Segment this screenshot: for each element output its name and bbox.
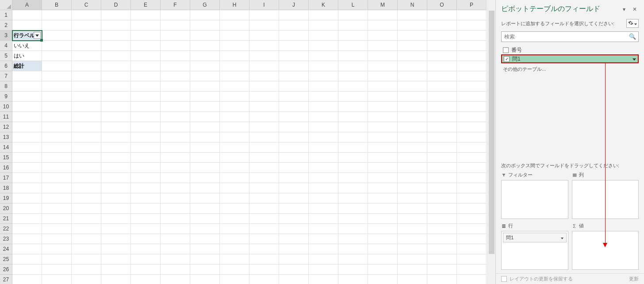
cell[interactable]	[220, 173, 249, 183]
cell[interactable]	[190, 153, 220, 163]
cell[interactable]	[131, 183, 161, 193]
cell[interactable]	[131, 224, 161, 234]
filters-dropzone[interactable]	[501, 180, 568, 219]
cell[interactable]	[368, 51, 398, 61]
cell[interactable]	[101, 183, 131, 193]
cell[interactable]	[338, 244, 368, 254]
column-header[interactable]: M	[368, 0, 398, 10]
row-header[interactable]: 5	[0, 51, 12, 61]
filter-dropdown-icon[interactable]	[34, 32, 41, 39]
update-button[interactable]: 更新	[629, 276, 639, 282]
cell[interactable]	[190, 61, 220, 71]
cell[interactable]	[279, 31, 309, 41]
cell[interactable]	[309, 224, 338, 234]
cell[interactable]	[368, 71, 398, 81]
values-dropzone[interactable]	[572, 231, 639, 270]
cell[interactable]	[161, 142, 190, 153]
cell[interactable]	[368, 224, 398, 234]
cell[interactable]	[457, 224, 487, 234]
cell[interactable]	[457, 132, 487, 142]
cell[interactable]	[309, 122, 338, 132]
select-all-corner[interactable]	[0, 0, 12, 10]
cell[interactable]	[72, 132, 101, 142]
cell[interactable]	[309, 61, 338, 71]
cell[interactable]	[368, 265, 398, 275]
row-header[interactable]: 8	[0, 81, 12, 92]
row-header[interactable]: 11	[0, 112, 12, 122]
cell[interactable]	[398, 183, 427, 193]
cell[interactable]	[101, 193, 131, 203]
cell[interactable]	[427, 61, 457, 71]
row-header[interactable]: 20	[0, 203, 12, 214]
cell[interactable]	[457, 61, 487, 71]
field-item-bango[interactable]: 番号	[501, 46, 639, 54]
row-header[interactable]: 27	[0, 275, 12, 284]
cell[interactable]	[338, 81, 368, 92]
cell[interactable]	[42, 153, 72, 163]
cell[interactable]	[457, 163, 487, 173]
cell[interactable]	[398, 193, 427, 203]
cell[interactable]	[457, 265, 487, 275]
cell[interactable]	[457, 153, 487, 163]
cell[interactable]	[101, 61, 131, 71]
cell[interactable]	[338, 234, 368, 244]
cell[interactable]	[220, 183, 249, 193]
cell[interactable]	[249, 122, 279, 132]
cell[interactable]	[42, 254, 72, 265]
row-header[interactable]: 25	[0, 254, 12, 265]
cell[interactable]	[338, 265, 368, 275]
cell[interactable]	[338, 112, 368, 122]
cell[interactable]	[190, 102, 220, 112]
cell[interactable]	[457, 254, 487, 265]
cell[interactable]	[249, 224, 279, 234]
cell[interactable]	[72, 81, 101, 92]
cell[interactable]	[398, 71, 427, 81]
cell[interactable]	[279, 10, 309, 20]
cell[interactable]	[368, 173, 398, 183]
cell[interactable]	[12, 234, 42, 244]
cell[interactable]	[161, 203, 190, 214]
cell[interactable]	[12, 254, 42, 265]
cell[interactable]	[220, 132, 249, 142]
cell[interactable]	[338, 41, 368, 51]
cell[interactable]	[309, 254, 338, 265]
cell[interactable]	[101, 51, 131, 61]
cell[interactable]	[72, 163, 101, 173]
cell[interactable]	[427, 214, 457, 224]
cell[interactable]	[279, 163, 309, 173]
cell[interactable]	[131, 10, 161, 20]
cell[interactable]	[368, 275, 398, 284]
column-header[interactable]: G	[190, 0, 220, 10]
cell[interactable]	[72, 31, 101, 41]
cell[interactable]	[220, 153, 249, 163]
cell[interactable]	[220, 81, 249, 92]
cell[interactable]	[42, 10, 72, 20]
cell[interactable]	[249, 81, 279, 92]
cell[interactable]	[190, 183, 220, 193]
cell[interactable]	[42, 51, 72, 61]
chevron-down-icon[interactable]	[632, 56, 636, 62]
cell[interactable]	[427, 203, 457, 214]
cell[interactable]	[101, 10, 131, 20]
cell[interactable]	[398, 92, 427, 102]
cell[interactable]	[131, 173, 161, 183]
cell[interactable]	[279, 20, 309, 31]
cell[interactable]	[279, 153, 309, 163]
cell[interactable]	[42, 203, 72, 214]
cell[interactable]	[101, 142, 131, 153]
cell[interactable]	[279, 254, 309, 265]
cell[interactable]	[279, 214, 309, 224]
cell[interactable]	[249, 265, 279, 275]
cell[interactable]	[368, 193, 398, 203]
cell[interactable]	[190, 254, 220, 265]
cell[interactable]	[42, 31, 72, 41]
close-icon[interactable]: ✕	[631, 5, 639, 13]
cell[interactable]	[249, 183, 279, 193]
cell[interactable]	[220, 31, 249, 41]
cell[interactable]	[279, 203, 309, 214]
cell[interactable]	[427, 173, 457, 183]
cell[interactable]	[101, 214, 131, 224]
cell[interactable]	[72, 173, 101, 183]
cell[interactable]	[12, 214, 42, 224]
cell[interactable]	[220, 265, 249, 275]
